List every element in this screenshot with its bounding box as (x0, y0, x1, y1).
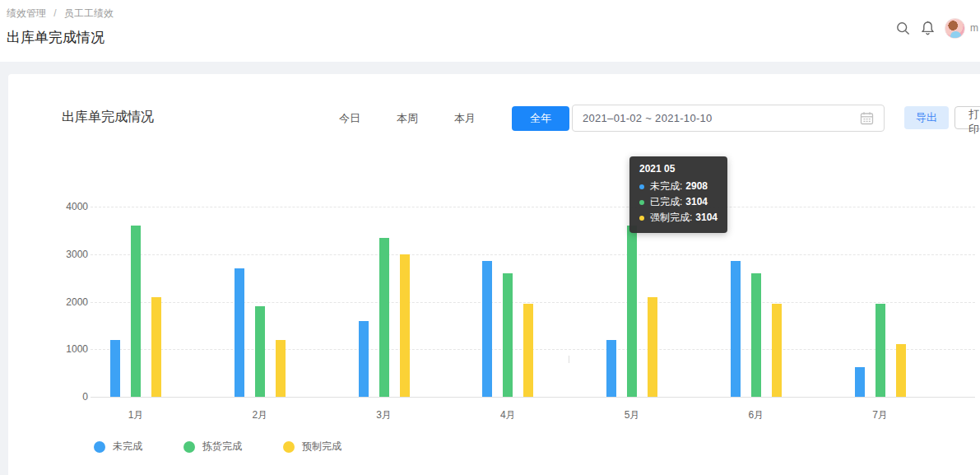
bar-5月-未完成[interactable] (606, 340, 616, 397)
report-card: 出库单完成情况 今日本周本月全年 2021–01-02 ~ 2021-10-10… (8, 74, 980, 475)
legend-label: 未完成 (113, 440, 142, 454)
bar-5月-预制完成[interactable] (648, 297, 657, 397)
breadcrumb-employee-performance[interactable]: 员工工绩效 (64, 7, 114, 19)
tooltip-series-dot (639, 216, 644, 221)
x-axis-tick-label: 5月 (625, 408, 640, 422)
breadcrumb-separator: / (53, 7, 56, 19)
bar-4月-拣货完成[interactable] (503, 273, 513, 397)
bar-4月-预制完成[interactable] (523, 304, 533, 397)
tooltip-rows: 未完成:2908已完成:3104强制完成:3104 (639, 179, 718, 226)
bar-1月-未完成[interactable] (110, 340, 120, 397)
tooltip-series-value: 2908 (685, 179, 708, 194)
tooltip-series-label: 未完成: (650, 179, 682, 194)
x-axis-tick-label: 4月 (500, 408, 516, 422)
bar-6月-预制完成[interactable] (772, 304, 782, 397)
legend-dot (183, 441, 195, 453)
header-actions: m (890, 16, 980, 40)
chart-legend: 未完成拣货完成预制完成 (94, 440, 383, 454)
x-axis-tick-label: 7月 (872, 408, 888, 422)
bar-7月-拣货完成[interactable] (875, 304, 885, 397)
tooltip-row: 强制完成:3104 (639, 210, 718, 226)
bar-4月-未完成[interactable] (482, 261, 492, 397)
tooltip-series-dot (639, 184, 644, 189)
bar-6月-拣货完成[interactable] (751, 273, 761, 397)
y-axis-tick-label: 1000 (39, 343, 88, 355)
bar-6月-未完成[interactable] (731, 261, 741, 397)
username[interactable]: m (970, 22, 980, 34)
bar-7月-未完成[interactable] (855, 367, 865, 397)
bar-2月-预制完成[interactable] (276, 340, 286, 397)
x-axis-tick-label: 3月 (376, 408, 392, 422)
bell-icon[interactable] (915, 17, 940, 39)
bar-3月-未完成[interactable] (359, 321, 369, 397)
legend-dot (94, 441, 105, 453)
bar-2月-未完成[interactable] (235, 268, 244, 397)
y-axis-tick-label: 4000 (39, 201, 88, 212)
legend-item-未完成[interactable]: 未完成 (94, 440, 142, 454)
bar-1月-拣货完成[interactable] (131, 226, 141, 397)
bar-1月-预制完成[interactable] (151, 297, 161, 397)
tooltip-title: 2021 05 (639, 163, 718, 175)
y-axis-tick-label: 0 (39, 391, 88, 403)
tooltip-row: 未完成:2908 (639, 179, 718, 194)
bar-3月-预制完成[interactable] (400, 254, 410, 397)
bar-3月-拣货完成[interactable] (379, 238, 389, 397)
bar-chart: 010002000300040001月2月3月4月5月6月7月 (8, 74, 980, 475)
page-title: 出库单完成情况 (7, 28, 105, 47)
tooltip-series-dot (639, 200, 644, 205)
y-axis-tick-label: 2000 (39, 296, 88, 308)
tooltip-row: 已完成:3104 (639, 194, 718, 210)
y-axis-tick-label: 3000 (39, 249, 88, 260)
bar-5月-拣货完成[interactable] (627, 226, 637, 397)
gridline (91, 254, 975, 255)
gridline (91, 207, 975, 207)
breadcrumb-performance-management[interactable]: 绩效管理 (7, 7, 46, 19)
bar-2月-拣货完成[interactable] (255, 306, 265, 397)
legend-item-拣货完成[interactable]: 拣货完成 (183, 440, 242, 454)
avatar[interactable] (945, 18, 965, 39)
top-header: 绩效管理 / 员工工绩效 出库单完成情况 m (0, 0, 980, 62)
gridline (91, 302, 975, 303)
legend-label: 预制完成 (302, 440, 341, 454)
x-axis-line (91, 397, 975, 398)
x-axis-tick-label: 2月 (252, 408, 267, 422)
tooltip-series-value: 3104 (685, 194, 708, 210)
screen: 绩效管理 / 员工工绩效 出库单完成情况 m 出库单完成情况 (0, 0, 980, 475)
x-axis-tick-label: 6月 (748, 408, 764, 422)
tooltip-series-value: 3104 (695, 210, 718, 226)
legend-label: 拣货完成 (202, 440, 242, 454)
legend-dot (283, 441, 295, 453)
tooltip-series-label: 强制完成: (650, 210, 692, 226)
chart-tooltip: 2021 05 未完成:2908已完成:3104强制完成:3104 (629, 156, 727, 233)
breadcrumb: 绩效管理 / 员工工绩效 (7, 7, 114, 21)
axis-pointer-tick (569, 356, 569, 363)
legend-item-预制完成[interactable]: 预制完成 (283, 440, 341, 454)
x-axis-tick-label: 1月 (128, 408, 144, 422)
tooltip-series-label: 已完成: (650, 194, 682, 210)
search-icon[interactable] (890, 17, 915, 39)
bar-7月-预制完成[interactable] (896, 344, 906, 397)
